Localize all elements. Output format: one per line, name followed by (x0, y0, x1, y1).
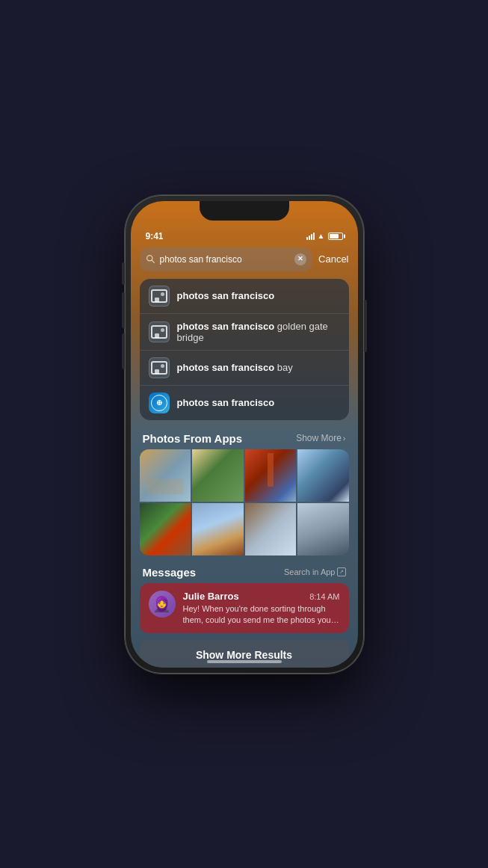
suggestion-item[interactable]: photos san francisco golden gate bridge (140, 314, 349, 351)
mute-button (122, 262, 125, 285)
suggestion-bold: photos san francisco (177, 321, 275, 332)
photo-cell[interactable] (245, 449, 297, 502)
signal-bar-2 (309, 236, 310, 240)
message-card[interactable]: 🧕 Julie Barros 8:14 AM Hey! When you're … (140, 583, 349, 634)
phone-screen: 9:41 ▲︎ (131, 201, 358, 668)
suggestion-bold: photos san francisco (177, 397, 275, 408)
photo-cell[interactable] (140, 503, 191, 555)
clear-icon: ✕ (297, 256, 303, 262)
screen-content: 9:41 ▲︎ (131, 201, 358, 668)
safari-icon: ⊕ (149, 393, 170, 413)
show-more-results-button[interactable]: Show More Results (140, 639, 349, 667)
photos-icon (149, 321, 170, 342)
search-query: photos san francisco (160, 254, 291, 265)
photo-cell[interactable] (140, 449, 191, 502)
status-time: 9:41 (146, 231, 164, 241)
safari-compass-icon: ⊕ (151, 395, 167, 411)
search-icon (146, 254, 155, 264)
phone-frame: 9:41 ▲︎ (125, 195, 364, 674)
show-more-button[interactable]: Show More › (296, 433, 345, 443)
battery-fill (330, 234, 339, 238)
signal-bar-1 (306, 237, 308, 240)
signal-bar-3 (311, 234, 312, 240)
external-link-icon (337, 567, 346, 576)
show-more-label: Show More (296, 433, 342, 443)
suggestion-text: photos san francisco (177, 290, 340, 301)
photos-frame-icon (151, 289, 167, 303)
suggestion-item[interactable]: ⊕ photos san francisco (140, 386, 349, 420)
photos-section-header: Photos From Apps Show More › (131, 425, 358, 449)
photos-icon (149, 286, 170, 307)
volume-up-button (122, 292, 125, 328)
message-time: 8:14 AM (309, 592, 339, 601)
search-in-app-label: Search in App (284, 567, 336, 576)
battery-icon (328, 233, 343, 240)
photo-cell[interactable] (297, 449, 349, 502)
photo-grid[interactable] (140, 449, 349, 555)
suggestion-bold: photos san francisco (177, 362, 275, 373)
suggestion-bold: photos san francisco (177, 290, 275, 301)
search-bar[interactable]: photos san francisco ✕ (140, 247, 313, 271)
photo-cell[interactable] (297, 503, 349, 555)
suggestions-list: photos san francisco photos san francisc… (140, 279, 349, 420)
suggestion-item[interactable]: photos san francisco (140, 279, 349, 314)
messages-section-header: Messages Search in App (131, 558, 358, 583)
status-bar: 9:41 ▲︎ (131, 225, 358, 244)
avatar: 🧕 (149, 591, 176, 618)
home-indicator (207, 660, 282, 663)
messages-section: Messages Search in App 🧕 Julie Barros (131, 558, 358, 634)
suggestion-text: photos san francisco golden gate bridge (177, 321, 340, 343)
notch (200, 201, 289, 221)
volume-down-button (122, 333, 125, 369)
photos-frame-icon (151, 361, 167, 375)
signal-icon (306, 233, 315, 240)
photo-cell[interactable] (192, 449, 244, 502)
photo-cell[interactable] (245, 503, 297, 555)
wifi-icon: ▲︎ (318, 232, 325, 240)
chevron-right-icon: › (343, 434, 346, 443)
message-preview: Hey! When you're done sorting through th… (183, 603, 340, 627)
suggestion-normal: bay (274, 362, 293, 373)
photos-section-title: Photos From Apps (143, 432, 243, 445)
search-in-app-button[interactable]: Search in App (284, 567, 346, 576)
cancel-button[interactable]: Cancel (318, 253, 348, 265)
photos-frame-icon (151, 325, 167, 339)
message-sender: Julie Barros (183, 591, 239, 602)
signal-bar-4 (313, 233, 315, 240)
power-button (364, 300, 367, 352)
avatar-emoji: 🧕 (152, 597, 171, 612)
photos-icon (149, 357, 170, 378)
message-content: Julie Barros 8:14 AM Hey! When you're do… (183, 591, 340, 627)
messages-section-title: Messages (143, 566, 197, 579)
suggestion-text: photos san francisco bay (177, 362, 340, 373)
suggestion-item[interactable]: photos san francisco bay (140, 351, 349, 386)
search-clear-button[interactable]: ✕ (294, 253, 306, 265)
photo-cell[interactable] (192, 503, 244, 555)
svg-line-1 (152, 260, 154, 262)
status-icons: ▲︎ (306, 232, 343, 240)
suggestion-text: photos san francisco (177, 397, 340, 408)
search-bar-container: photos san francisco ✕ Cancel (131, 244, 358, 274)
message-header: Julie Barros 8:14 AM (183, 591, 340, 602)
